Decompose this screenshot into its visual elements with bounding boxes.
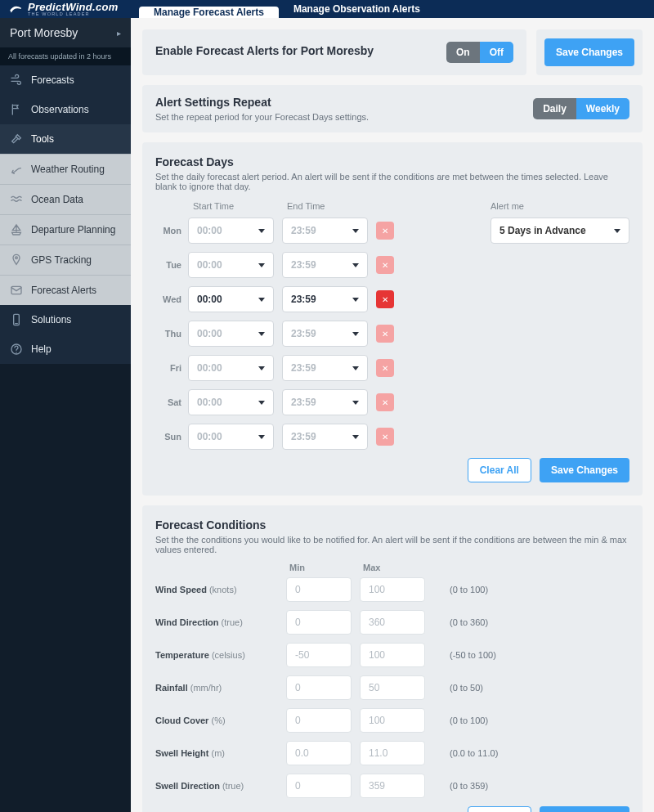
caret-down-icon (258, 366, 265, 370)
caret-down-icon (614, 229, 620, 233)
day-label: Thu (155, 329, 188, 339)
condition-range: (0 to 359) (450, 781, 488, 791)
day-label: Sat (155, 397, 188, 407)
caret-down-icon (258, 435, 265, 439)
help-icon (10, 343, 23, 356)
end-time-select[interactable]: 23:59 (282, 389, 368, 415)
condition-label: Wind Speed (knots) (155, 585, 286, 594)
sidebar-item-forecast-alerts[interactable]: Forecast Alerts (0, 275, 131, 305)
enable-off-button[interactable]: Off (480, 42, 513, 63)
condition-max-input[interactable] (360, 708, 425, 733)
sidebar-item-label: Solutions (31, 314, 71, 325)
alert-advance-select[interactable]: 5 Days in Advance (490, 218, 629, 244)
sidebar-item-gps-tracking[interactable]: GPS Tracking (0, 244, 131, 275)
sidebar-item-ocean-data[interactable]: Ocean Data (0, 184, 131, 214)
start-time-select[interactable]: 00:00 (188, 321, 274, 347)
topbar: PredictWind.com THE WORLD LEADER Manage … (0, 0, 654, 18)
start-time-select[interactable]: 00:00 (188, 389, 274, 415)
condition-max-input[interactable] (360, 577, 425, 602)
sidebar-item-weather-routing[interactable]: Weather Routing (0, 154, 131, 184)
hammer-icon (10, 132, 23, 146)
condition-range: (0 to 360) (450, 617, 488, 627)
save-changes-button[interactable]: Save Changes (544, 38, 634, 66)
svg-point-0 (16, 257, 18, 259)
condition-max-input[interactable] (360, 675, 425, 700)
condition-min-input[interactable] (286, 741, 352, 765)
day-label: Tue (155, 260, 188, 270)
days-sub: Set the daily forecast alert period. An … (155, 172, 629, 191)
sidebar-item-observations[interactable]: Observations (0, 95, 131, 124)
clear-day-button[interactable]: ✕ (376, 359, 394, 377)
condition-row: Wind Direction (true) (0 to 360) (155, 610, 629, 635)
enable-alerts-title: Enable Forecast Alerts for Port Moresby (155, 44, 374, 57)
day-row-fri: Fri 00:00 23:59 ✕ (155, 355, 629, 381)
start-time-select[interactable]: 00:00 (188, 286, 274, 312)
day-label: Mon (155, 226, 188, 236)
condition-min-input[interactable] (286, 774, 352, 798)
repeat-weekly-button[interactable]: Weekly (576, 98, 629, 119)
flag-icon (10, 103, 23, 116)
logo-icon (8, 2, 23, 16)
repeat-daily-button[interactable]: Daily (533, 98, 576, 119)
clear-day-button[interactable]: ✕ (376, 290, 394, 308)
conditions-save-button[interactable]: Save Changes (540, 806, 629, 812)
end-time-select[interactable]: 23:59 (282, 424, 368, 450)
enable-on-button[interactable]: On (446, 42, 480, 63)
clear-day-button[interactable]: ✕ (376, 393, 394, 411)
sidebar-item-label: Observations (31, 104, 89, 115)
phone-icon (10, 313, 23, 326)
end-time-select[interactable]: 23:59 (282, 355, 368, 381)
close-icon: ✕ (382, 398, 388, 407)
sidebar: Port Moresby ▸ All forecasts updated in … (0, 18, 131, 812)
days-title: Forecast Days (155, 155, 629, 168)
brand-logo[interactable]: PredictWind.com THE WORLD LEADER (8, 2, 123, 17)
end-time-select[interactable]: 23:59 (282, 286, 368, 312)
end-time-select[interactable]: 23:59 (282, 321, 368, 347)
condition-max-input[interactable] (360, 774, 425, 798)
tab-1[interactable]: Manage Observation Alerts (279, 0, 435, 18)
clear-day-button[interactable]: ✕ (376, 222, 394, 240)
tab-0[interactable]: Manage Forecast Alerts (139, 7, 279, 18)
start-time-select[interactable]: 00:00 (188, 424, 274, 450)
sidebar-item-help[interactable]: Help (0, 334, 131, 364)
condition-min-input[interactable] (286, 577, 352, 602)
location-selector[interactable]: Port Moresby ▸ (0, 18, 131, 47)
conditions-clear-all-button[interactable]: Clear All (468, 806, 531, 812)
sidebar-item-departure-planning[interactable]: Departure Planning (0, 214, 131, 244)
clear-day-button[interactable]: ✕ (376, 325, 394, 343)
days-clear-all-button[interactable]: Clear All (468, 458, 531, 482)
start-time-select[interactable]: 00:00 (188, 218, 274, 244)
save-panel: Save Changes (536, 29, 643, 75)
clear-day-button[interactable]: ✕ (376, 428, 394, 446)
condition-min-input[interactable] (286, 708, 352, 733)
close-icon: ✕ (382, 330, 388, 339)
day-row-thu: Thu 00:00 23:59 ✕ (155, 321, 629, 347)
sidebar-item-solutions[interactable]: Solutions (0, 305, 131, 334)
start-time-select[interactable]: 00:00 (188, 252, 274, 278)
caret-down-icon (352, 332, 359, 336)
forecast-days-panel: Forecast Days Set the daily forecast ale… (142, 142, 643, 496)
condition-row: Wind Speed (knots) (0 to 100) (155, 577, 629, 602)
conditions-title: Forecast Conditions (155, 518, 629, 532)
condition-min-input[interactable] (286, 610, 352, 635)
end-time-select[interactable]: 23:59 (282, 252, 368, 278)
sidebar-item-label: Ocean Data (31, 194, 83, 205)
condition-min-input[interactable] (286, 675, 352, 700)
clear-day-button[interactable]: ✕ (376, 256, 394, 274)
condition-max-input[interactable] (360, 741, 425, 765)
caret-down-icon (258, 298, 265, 302)
end-time-select[interactable]: 23:59 (282, 218, 368, 244)
repeat-title: Alert Settings Repeat (155, 96, 369, 109)
condition-range: (-50 to 100) (450, 650, 496, 660)
condition-max-input[interactable] (360, 610, 425, 635)
sidebar-item-tools[interactable]: Tools (0, 124, 131, 154)
condition-label: Cloud Cover (%) (155, 716, 286, 725)
sidebar-item-label: Forecast Alerts (31, 285, 96, 296)
day-label: Wed (155, 294, 188, 304)
sidebar-item-forecasts[interactable]: Forecasts (0, 65, 131, 95)
forecast-conditions-panel: Forecast Conditions Set the the conditio… (142, 505, 643, 812)
days-save-button[interactable]: Save Changes (540, 458, 629, 482)
condition-max-input[interactable] (360, 643, 425, 667)
start-time-select[interactable]: 00:00 (188, 355, 274, 381)
condition-min-input[interactable] (286, 643, 352, 667)
